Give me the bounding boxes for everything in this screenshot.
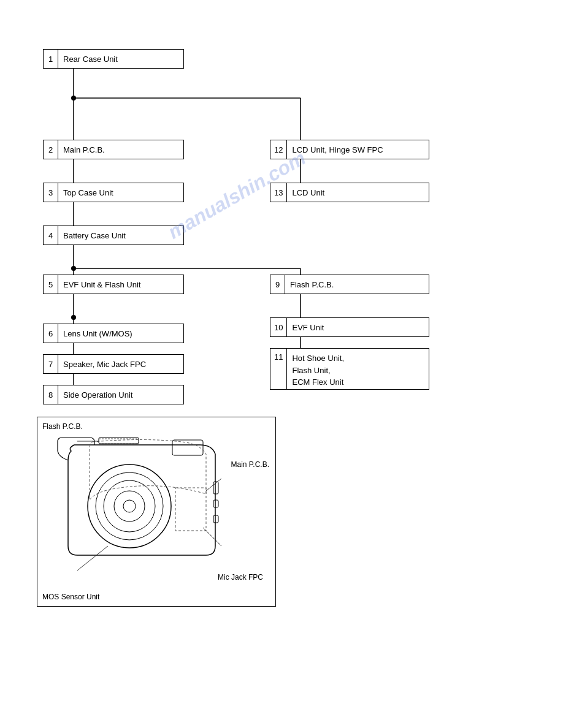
box-9-num: 9 <box>270 275 285 294</box>
svg-point-23 <box>114 491 145 521</box>
flow-box-6: 6 Lens Unit (W/MOS) <box>43 324 184 343</box>
flow-box-10: 10 EVF Unit <box>270 317 429 337</box>
box-2-label: Main P.C.B. <box>58 145 110 154</box>
box-8-label: Side Operation Unit <box>58 390 137 400</box>
flow-box-1: 1 Rear Case Unit <box>43 49 184 69</box>
flow-box-9: 9 Flash P.C.B. <box>270 275 429 294</box>
box-12-num: 12 <box>270 140 287 159</box>
box-8-num: 8 <box>44 385 58 404</box>
camera-flash-pcb-label: Flash P.C.B. <box>42 422 83 431</box>
box-7-num: 7 <box>44 355 58 373</box>
box-1-num: 1 <box>44 50 58 68</box>
svg-rect-26 <box>172 440 203 455</box>
svg-point-13 <box>71 315 76 320</box>
svg-point-22 <box>104 480 155 532</box>
box-5-num: 5 <box>44 275 58 294</box>
box-9-label: Flash P.C.B. <box>285 280 339 289</box>
box-10-label: EVF Unit <box>287 323 329 332</box>
flow-box-11: 11 Hot Shoe Unit, Flash Unit, ECM Flex U… <box>270 348 429 390</box>
box-6-label: Lens Unit (W/MOS) <box>58 329 137 338</box>
box-4-num: 4 <box>44 226 58 245</box>
box-11-label: Hot Shoe Unit, Flash Unit, ECM Flex Unit <box>287 349 349 392</box>
box-6-num: 6 <box>44 324 58 343</box>
box-12-label: LCD Unit, Hinge SW FPC <box>287 145 388 154</box>
box-2-num: 2 <box>44 140 58 159</box>
camera-diagram: Flash P.C.B. Main P.C.B. Mic Jack FPC MO… <box>37 417 276 607</box>
svg-line-33 <box>77 546 108 571</box>
box-3-label: Top Case Unit <box>58 188 118 197</box>
box-13-num: 13 <box>270 183 287 202</box>
box-11-num: 11 <box>270 349 287 389</box>
svg-point-24 <box>123 500 136 512</box>
flow-box-7: 7 Speaker, Mic Jack FPC <box>43 354 184 374</box>
flow-box-2: 2 Main P.C.B. <box>43 140 184 159</box>
box-10-num: 10 <box>270 318 287 336</box>
svg-line-32 <box>203 528 221 546</box>
svg-rect-28 <box>213 500 218 507</box>
camera-illustration <box>40 433 267 586</box>
svg-point-8 <box>71 266 76 271</box>
box-13-label: LCD Unit <box>287 188 329 197</box>
svg-point-21 <box>96 472 163 540</box>
svg-point-20 <box>88 464 171 548</box>
box-4-label: Battery Case Unit <box>58 231 131 240</box>
flowchart: 1 Rear Case Unit 2 Main P.C.B. 3 Top Cas… <box>37 49 515 392</box>
flow-box-4: 4 Battery Case Unit <box>43 226 184 245</box>
box-5-label: EVF Unit & Flash Unit <box>58 280 145 289</box>
page-container: 1 Rear Case Unit 2 Main P.C.B. 3 Top Cas… <box>0 0 563 643</box>
box-1-label: Rear Case Unit <box>58 55 123 64</box>
svg-rect-29 <box>213 515 218 523</box>
box-7-label: Speaker, Mic Jack FPC <box>58 360 151 369</box>
flow-box-8: 8 Side Operation Unit <box>43 385 184 404</box>
flow-box-13: 13 LCD Unit <box>270 183 429 202</box>
flow-box-12: 12 LCD Unit, Hinge SW FPC <box>270 140 429 159</box>
svg-point-1 <box>71 96 76 100</box>
flow-box-5: 5 EVF Unit & Flash Unit <box>43 275 184 294</box>
flow-box-3: 3 Top Case Unit <box>43 183 184 202</box>
camera-mos-sensor-label: MOS Sensor Unit <box>42 593 99 601</box>
svg-rect-27 <box>213 482 218 494</box>
box-3-num: 3 <box>44 183 58 202</box>
